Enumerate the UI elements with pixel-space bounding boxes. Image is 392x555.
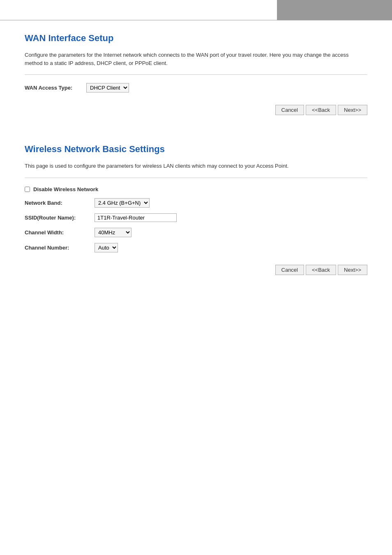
wireless-button-row: Cancel <<Back Next>> (25, 265, 367, 275)
ssid-input[interactable] (95, 213, 177, 222)
wireless-section-description: This page is used to configure the param… (25, 162, 367, 170)
ssid-label: SSID(Router Name): (25, 215, 90, 221)
channel-width-label: Channel Width: (25, 229, 90, 236)
wan-access-type-select[interactable]: DHCP Client Static IP PPPoE (86, 83, 129, 92)
wan-next-button[interactable]: Next>> (338, 105, 367, 115)
wan-button-row: Cancel <<Back Next>> (25, 105, 367, 115)
wan-section-title: WAN Interface Setup (25, 33, 367, 44)
wireless-cancel-button[interactable]: Cancel (275, 265, 304, 275)
wireless-section: Wireless Network Basic Settings This pag… (0, 132, 392, 291)
wireless-back-button[interactable]: <<Back (306, 265, 336, 275)
wan-divider (25, 74, 367, 75)
disable-wireless-row: Disable Wireless Network (25, 186, 367, 192)
wan-back-button[interactable]: <<Back (306, 105, 336, 115)
ssid-row: SSID(Router Name): (25, 213, 367, 222)
wan-cancel-button[interactable]: Cancel (275, 105, 304, 115)
channel-width-select[interactable]: 40MHz 20MHz 20/40MHz (95, 228, 131, 237)
wan-access-type-row: WAN Access Type: DHCP Client Static IP P… (25, 83, 367, 92)
channel-number-row: Channel Number: Auto 1 2 3 4 5 6 7 8 9 1… (25, 243, 367, 252)
network-band-label: Network Band: (25, 200, 90, 206)
network-band-row: Network Band: 2.4 GHz (B+G+N) 5 GHz (A+N… (25, 198, 367, 208)
header (0, 0, 392, 21)
wireless-section-title: Wireless Network Basic Settings (25, 144, 367, 155)
wireless-next-button[interactable]: Next>> (338, 265, 367, 275)
network-band-select[interactable]: 2.4 GHz (B+G+N) 5 GHz (A+N) (95, 198, 150, 208)
header-right-block (277, 0, 392, 20)
channel-number-select[interactable]: Auto 1 2 3 4 5 6 7 8 9 10 11 (95, 243, 118, 252)
channel-width-row: Channel Width: 40MHz 20MHz 20/40MHz (25, 228, 367, 237)
disable-wireless-label: Disable Wireless Network (33, 186, 98, 192)
channel-number-label: Channel Number: (25, 245, 90, 251)
wan-access-type-label: WAN Access Type: (25, 85, 82, 91)
disable-wireless-checkbox[interactable] (25, 187, 30, 192)
wan-section: WAN Interface Setup Configure the parame… (0, 21, 392, 132)
wireless-divider (25, 178, 367, 178)
wan-section-description: Configure the parameters for the Interne… (25, 51, 367, 67)
